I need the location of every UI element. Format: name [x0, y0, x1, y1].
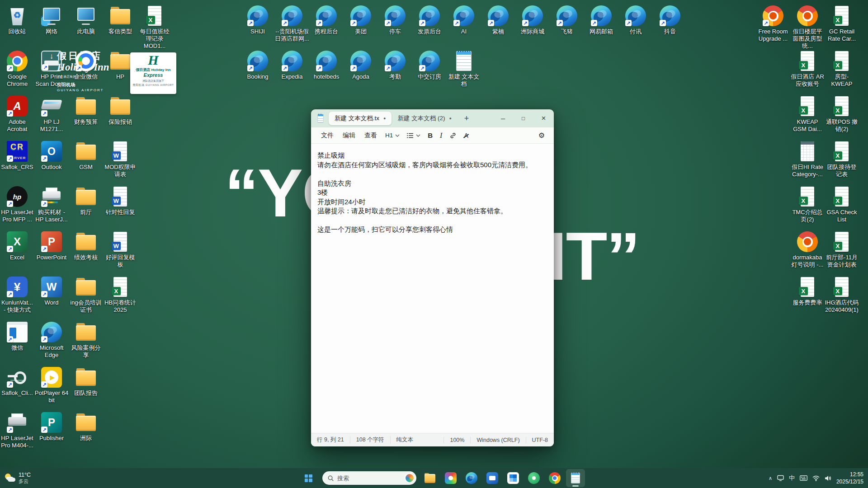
notepad-text-area[interactable]: 禁止吸烟请勿在酒店任何室内区域吸烟，客房内吸烟将会被收取500元清洁费用。自助洗… [311, 144, 554, 433]
heading-dropdown[interactable]: H1 [382, 129, 403, 142]
desktop-icon[interactable]: GSA Check List [825, 186, 859, 223]
desktop-icon[interactable]: ↗紫楠 [481, 5, 515, 35]
taskbar-app-mail-app[interactable] [483, 469, 502, 487]
menu-edit[interactable]: 编辑 [338, 129, 360, 142]
tray-volume-icon[interactable] [825, 475, 831, 481]
desktop-icon[interactable]: ↗Saflok_CRS [0, 141, 34, 171]
menu-view[interactable]: 查看 [360, 129, 382, 142]
holiday-inn-express-thumbnail[interactable]: H 假日酒店 Holiday Inn Express 洲际酒店集团旗下 贵阳机场… [130, 52, 176, 94]
desktop-icon[interactable]: 保险报销 [103, 96, 137, 126]
desktop-icon[interactable]: 通联POS 撤销(2) [825, 96, 859, 133]
desktop-icon[interactable]: ↗Outlook [34, 141, 69, 171]
desktop-icon[interactable]: GSM [69, 141, 103, 171]
desktop-icon[interactable]: ↗Google Chrome [0, 51, 34, 88]
desktop-icon[interactable]: dormakaba 灯号说明 -... [790, 231, 825, 268]
desktop-icon[interactable]: GC Retail Rate Car... [825, 5, 859, 42]
desktop-icon[interactable]: ↗Saflok_Cli... [0, 367, 34, 397]
desktop-icon[interactable]: MOD权限申请表 [103, 141, 137, 178]
desktop-icon[interactable]: ↗HP LJ M1271... [34, 96, 69, 133]
desktop-icon[interactable]: 此电脑 [69, 5, 103, 35]
desktop-icon[interactable]: ↗携程后台 [309, 5, 344, 35]
tab-document-2[interactable]: 新建 文本文档 (2) ● [392, 112, 457, 125]
desktop-icon[interactable]: ↗hotelbeds [309, 51, 344, 80]
desktop-icon[interactable]: ↗AI [447, 5, 481, 35]
desktop-icon[interactable]: ↗Adobe Acrobat [0, 96, 34, 133]
clear-formatting-button[interactable]: A [460, 129, 472, 142]
desktop-icon[interactable]: 客信类型 [103, 5, 137, 35]
desktop-icon[interactable]: 前厅部-11月资金计划表 [825, 231, 859, 268]
notepad-titlebar[interactable]: 新建 文本文档.tx ● 新建 文本文档 (2) ● + ─ □ × [311, 109, 554, 127]
desktop-icon[interactable]: ↗Booking [241, 51, 275, 80]
taskbar-app-grid-app[interactable] [504, 469, 523, 487]
desktop-icon[interactable]: ↗网易邮箱 [584, 5, 618, 35]
new-tab-button[interactable]: + [460, 112, 473, 125]
taskbar-app-file-explorer[interactable] [420, 469, 439, 487]
desktop-icon[interactable]: KWEAP GSM Dai... [790, 96, 825, 133]
desktop-icon[interactable]: 绩效考核 [69, 231, 103, 261]
desktop-icon[interactable]: ↗美团 [344, 5, 378, 35]
tray-chevron-up-icon[interactable]: ∧ [769, 475, 772, 481]
status-line-endings[interactable]: Windows (CRLF) [470, 437, 525, 443]
tray-keyboard-icon[interactable] [800, 475, 807, 481]
search-input[interactable] [337, 475, 401, 482]
desktop-icon[interactable]: IHG酒店代码20240409(1) [825, 277, 859, 314]
desktop-icon[interactable]: 每日值班经理记录MOD1... [137, 5, 172, 50]
desktop-icon[interactable]: 财务预算 [69, 96, 103, 126]
taskbar-app-chrome[interactable] [545, 469, 564, 487]
desktop-icon[interactable]: 假日HI Rate Category-... [790, 141, 825, 178]
desktop-icon[interactable]: ↗购买耗材 - HP LaserJ... [34, 186, 69, 223]
desktop-icon[interactable]: 服务费费率 [790, 277, 825, 306]
desktop-icon[interactable]: ↗考勤 [378, 51, 412, 80]
italic-button[interactable]: I [436, 129, 446, 142]
desktop-icon[interactable]: ↗Word [34, 277, 69, 306]
tray-ime-indicator[interactable]: 中 [789, 474, 795, 482]
desktop-icon[interactable]: 前厅 [69, 186, 103, 216]
desktop-icon[interactable]: ing会员培训证书 [69, 277, 103, 314]
taskbar-app-green-app[interactable] [524, 469, 543, 487]
minimize-button[interactable]: ─ [493, 109, 513, 127]
desktop-icon[interactable]: ↗发票后台 [412, 5, 447, 35]
search-highlight-icon[interactable] [405, 473, 415, 483]
start-button[interactable] [298, 469, 318, 487]
taskbar-app-photos[interactable] [441, 469, 460, 487]
desktop-icon[interactable]: ↗企业微信 [69, 51, 103, 80]
list-dropdown[interactable] [403, 129, 424, 142]
desktop-icon[interactable]: ↗Excel [0, 231, 34, 261]
desktop-icon[interactable]: 回收站 [0, 5, 34, 35]
desktop-icon[interactable]: ↗SHIJI [241, 5, 275, 35]
desktop-icon[interactable]: 假日楼层平面图及房型统... [790, 5, 825, 50]
desktop-icon[interactable]: ↗--贵阳机场假日酒店群网... [275, 5, 309, 42]
desktop-icon[interactable]: HB问卷统计2025 [103, 277, 137, 314]
desktop-icon[interactable]: 房型-KWEAP [825, 51, 859, 88]
taskbar-weather-widget[interactable]: 11°C 多云 [5, 472, 31, 484]
desktop-icon[interactable]: ↗抖音 [653, 5, 687, 35]
desktop-icon[interactable]: ↗洲际商城 [515, 5, 550, 35]
link-button[interactable] [446, 129, 460, 142]
desktop-icon[interactable]: ↗飞猪 [550, 5, 584, 35]
close-button[interactable]: × [533, 109, 554, 127]
desktop-icon[interactable]: 网络 [34, 5, 69, 35]
desktop-icon[interactable]: ↗停车 [378, 5, 412, 35]
desktop-icon[interactable]: ↗HP Print Scan Doct... [34, 51, 69, 88]
bold-button[interactable]: B [424, 129, 436, 142]
desktop-icon[interactable]: ↗Publisher [34, 412, 69, 442]
desktop-icon[interactable]: ↗HP LaserJet Pro M404-... [0, 412, 34, 449]
desktop-icon[interactable]: ↗PotPlayer 64 bit [34, 367, 69, 404]
desktop-icon[interactable]: ↗中交订房 [412, 51, 447, 80]
desktop-icon[interactable]: ↗HP LaserJet Pro MFP ... [0, 186, 34, 223]
settings-button[interactable]: ⚙ [535, 129, 548, 142]
desktop-icon[interactable]: TMC介绍总页(2) [790, 186, 825, 223]
tray-wifi-icon[interactable] [812, 475, 820, 481]
taskbar-app-notepad[interactable] [566, 469, 585, 487]
status-zoom-level[interactable]: 100% [443, 437, 470, 443]
desktop-icon[interactable]: 洲际 [69, 412, 103, 442]
taskbar-clock[interactable]: 12:55 2025/12/15 [836, 471, 863, 485]
tray-display-icon[interactable] [777, 475, 784, 481]
desktop-icon[interactable]: 团队报告 [69, 367, 103, 397]
desktop-icon[interactable]: ↗Free Room Upgrade ... [756, 5, 790, 42]
desktop-icon[interactable]: ↗PowerPoint [34, 231, 69, 261]
taskbar-app-edge[interactable] [462, 469, 481, 487]
desktop-icon[interactable]: 针对性回复 [103, 186, 137, 216]
desktop-icon[interactable]: 团队接待登记表 [825, 141, 859, 178]
desktop-icon[interactable]: 假日酒店 AR 应收账号 [790, 51, 825, 88]
